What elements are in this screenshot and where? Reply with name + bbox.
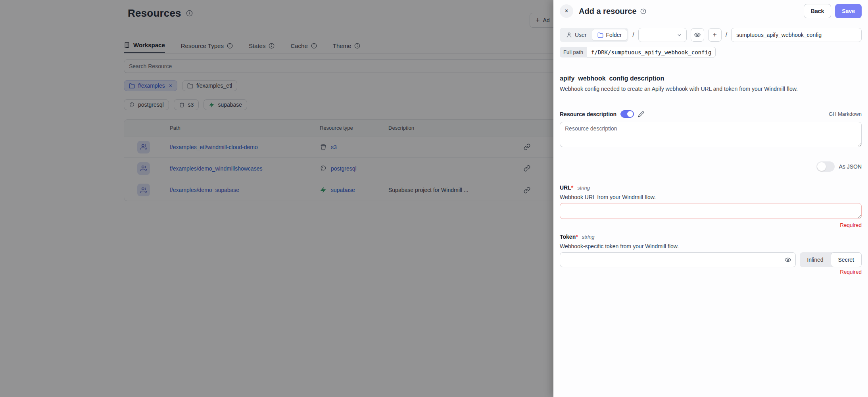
as-json-row: As JSON xyxy=(560,161,862,172)
as-json-toggle[interactable] xyxy=(816,161,835,172)
modal-overlay[interactable] xyxy=(0,0,553,397)
owner-user-option[interactable]: User xyxy=(561,29,592,41)
token-input[interactable] xyxy=(560,252,796,267)
save-button[interactable]: Save xyxy=(835,4,862,18)
token-mode-toggle: Inlined Secret xyxy=(800,252,862,267)
token-field-type: string xyxy=(582,234,595,240)
owner-kind-toggle: User Folder xyxy=(560,28,628,42)
eye-icon xyxy=(694,32,701,38)
url-field-label: URL* xyxy=(560,184,573,191)
token-required-error: Required xyxy=(560,269,862,275)
add-resource-drawer: × Add a resource Back Save User xyxy=(553,0,868,397)
info-icon xyxy=(640,8,646,14)
url-field-help: Webhook URL from your Windmill flow. xyxy=(560,194,862,200)
close-icon[interactable]: × xyxy=(560,4,573,18)
user-icon xyxy=(566,32,572,38)
resource-name-input[interactable] xyxy=(731,28,862,42)
required-asterisk: * xyxy=(571,184,573,191)
full-path-row: Full path f/DRK/sumptuous_apify_webhook_… xyxy=(560,47,716,58)
drawer-header: × Add a resource Back Save xyxy=(560,1,862,21)
path-builder-row: User Folder / xyxy=(560,28,862,42)
as-json-label: As JSON xyxy=(839,163,862,170)
owner-folder-option[interactable]: Folder xyxy=(592,29,628,41)
resource-type-description-title: apify_webhook_config description xyxy=(560,75,862,82)
token-field-help: Webhook-specific token from your Windmil… xyxy=(560,243,862,249)
chevron-down-icon xyxy=(676,32,682,38)
back-button[interactable]: Back xyxy=(804,4,831,18)
folder-icon xyxy=(597,32,603,38)
token-field-label: Token* xyxy=(560,234,578,240)
resource-description-label: Resource description xyxy=(560,111,616,117)
url-field-section: URL* string Webhook URL from your Windmi… xyxy=(560,184,862,228)
screen: Resources + Ad Workspace Resource Types xyxy=(0,0,868,397)
path-separator: / xyxy=(726,31,727,38)
plus-icon: + xyxy=(713,31,717,39)
full-path-value: f/DRK/sumptuous_apify_webhook_config xyxy=(587,47,716,58)
url-input[interactable] xyxy=(560,203,862,219)
eye-icon[interactable] xyxy=(785,257,791,263)
token-field-section: Token* string Webhook-specific token fro… xyxy=(560,234,862,275)
resource-type-description-text: Webhook config needed to create an Apify… xyxy=(560,86,862,92)
url-field-type: string xyxy=(577,185,590,191)
pencil-icon[interactable] xyxy=(638,111,644,117)
markdown-hint: GH Markdown xyxy=(829,111,862,117)
drawer-title: Add a resource xyxy=(579,7,637,16)
url-required-error: Required xyxy=(560,222,862,228)
description-preview-toggle[interactable] xyxy=(620,110,634,118)
view-folder-button[interactable] xyxy=(691,28,704,42)
path-separator: / xyxy=(632,31,634,38)
required-asterisk: * xyxy=(576,234,578,240)
new-folder-button[interactable]: + xyxy=(708,28,722,42)
full-path-label: Full path xyxy=(560,47,587,58)
token-inlined-option[interactable]: Inlined xyxy=(800,252,830,267)
resource-description-row: Resource description GH Markdown xyxy=(560,110,862,118)
resource-description-textarea[interactable] xyxy=(560,122,862,147)
folder-select[interactable] xyxy=(638,28,687,42)
token-secret-option[interactable]: Secret xyxy=(831,252,862,267)
